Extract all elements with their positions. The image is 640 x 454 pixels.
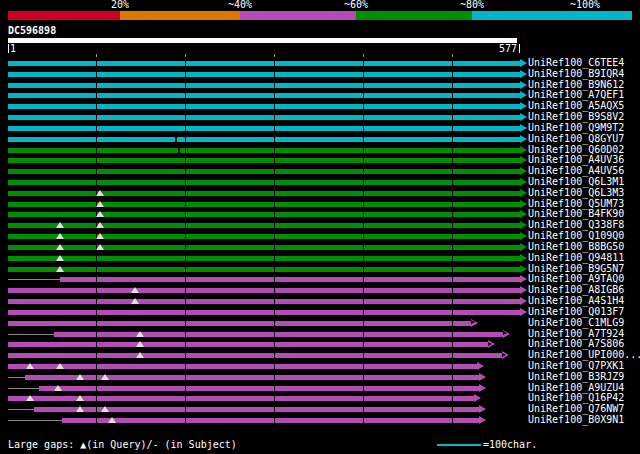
hit-label[interactable]: UniRef100_Q94811	[528, 253, 624, 264]
key-segment	[472, 11, 632, 20]
alignment-bar[interactable]	[62, 418, 479, 423]
bar-arrowhead-icon	[479, 384, 486, 392]
ruler-start-pipe	[8, 44, 9, 53]
gridline	[274, 58, 275, 426]
alignment-bar[interactable]	[8, 321, 471, 326]
ruler-end-pipe	[519, 44, 520, 53]
alignment-bar[interactable]	[8, 115, 520, 120]
ruler-tick	[274, 54, 275, 57]
alignment-bar[interactable]	[8, 180, 520, 185]
alignment-bar[interactable]	[8, 364, 477, 369]
key-segment	[240, 11, 356, 20]
bar-arrowhead-icon	[520, 59, 527, 67]
key-labels-row: 20%~40%~60%~80%~100%	[0, 0, 640, 10]
alignment-bar[interactable]	[8, 342, 488, 347]
bar-arrowhead-icon	[520, 275, 527, 283]
query-gap-triangle-icon	[131, 298, 139, 304]
query-gap-triangle-icon	[26, 363, 34, 369]
arrowhead-inner	[503, 331, 507, 335]
bar-arrowhead-icon	[471, 319, 478, 327]
query-accession: DC596898	[8, 25, 56, 36]
bar-arrowhead-icon	[520, 189, 527, 197]
key-label: ~100%	[570, 0, 600, 10]
alignment-bar[interactable]	[8, 223, 520, 228]
alignment-bar[interactable]	[8, 245, 520, 250]
key-label: ~40%	[228, 0, 252, 10]
alignment-bar[interactable]	[8, 137, 520, 142]
alignment-bar[interactable]	[8, 169, 520, 174]
bar-arrowhead-icon	[479, 416, 486, 424]
gap-line	[8, 409, 34, 410]
bar-arrowhead-icon	[520, 167, 527, 175]
query-gap-triangle-icon	[96, 222, 104, 228]
alignment-bar[interactable]	[54, 332, 503, 337]
query-gap-triangle-icon	[96, 211, 104, 217]
query-gap-triangle-icon	[56, 233, 64, 239]
query-gap-triangle-icon	[96, 190, 104, 196]
query-gap-triangle-icon	[101, 406, 109, 412]
bar-arrowhead-icon	[520, 254, 527, 262]
alignment-bar[interactable]	[8, 158, 520, 163]
alignment-bar[interactable]	[8, 267, 520, 272]
alignment-bar[interactable]	[8, 61, 520, 66]
hit-label[interactable]: UniRef100_B9IQR4	[528, 69, 624, 80]
query-gap-triangle-icon	[56, 266, 64, 272]
bar-arrowhead-icon	[488, 340, 495, 348]
alignment-bar[interactable]	[8, 83, 520, 88]
bar-arrowhead-icon	[520, 113, 527, 121]
bar-arrowhead-icon	[520, 70, 527, 78]
ruler-tick	[96, 54, 97, 57]
bar-arrowhead-icon	[520, 232, 527, 240]
alignment-bar[interactable]	[39, 386, 479, 391]
alignment-bar[interactable]	[8, 104, 520, 109]
alignment-bar[interactable]	[8, 191, 520, 196]
bar-arrowhead-icon	[520, 156, 527, 164]
hit-label[interactable]: UniRef100_B3RJZ9	[528, 372, 624, 383]
query-gap-triangle-icon	[136, 331, 144, 337]
query-gap-triangle-icon	[101, 374, 109, 380]
gridline	[452, 58, 453, 426]
key-segment	[356, 11, 472, 20]
key-label: ~60%	[344, 0, 368, 10]
arrowhead-inner	[488, 342, 492, 346]
query-gap-triangle-icon	[26, 395, 34, 401]
arrowhead-inner	[502, 353, 506, 357]
bar-arrowhead-icon	[474, 394, 481, 402]
key-segment	[120, 11, 240, 20]
alignment-bar[interactable]	[25, 375, 479, 380]
query-gap-triangle-icon	[56, 244, 64, 250]
gap-line	[8, 279, 60, 280]
query-gap-triangle-icon	[108, 417, 116, 423]
bar-arrowhead-icon	[520, 265, 527, 273]
gridline	[185, 58, 186, 426]
key-segment	[8, 11, 120, 20]
key-label: ~80%	[460, 0, 484, 10]
hit-label[interactable]: UniRef100_B0X9N1	[528, 415, 624, 426]
bar-arrowhead-icon	[520, 221, 527, 229]
query-gap-triangle-icon	[96, 244, 104, 250]
alignment-bar[interactable]	[8, 93, 520, 98]
alignment-bar[interactable]	[8, 202, 520, 207]
bar-arrowhead-icon	[503, 330, 510, 338]
alignment-bar[interactable]	[8, 299, 520, 304]
bar-arrowhead-icon	[520, 102, 527, 110]
alignment-bar[interactable]	[8, 256, 520, 261]
alignment-bar[interactable]	[8, 212, 520, 217]
query-bar	[8, 38, 517, 43]
alignment-bar[interactable]	[8, 310, 520, 315]
alignment-bar[interactable]	[8, 126, 520, 131]
query-gap-triangle-icon	[96, 233, 104, 239]
alignment-bar[interactable]	[8, 72, 520, 77]
gap-line	[8, 388, 39, 389]
alignment-bar[interactable]	[8, 234, 520, 239]
hit-label[interactable]: UniRef100_Q8GYU7	[528, 134, 624, 145]
alignment-bar[interactable]	[8, 148, 520, 153]
gap-line	[8, 420, 62, 421]
bar-arrowhead-icon	[520, 91, 527, 99]
hit-label[interactable]: UniRef100_C1MLG9	[528, 318, 624, 329]
alignment-bar[interactable]	[8, 353, 502, 358]
gridline	[363, 58, 364, 426]
alignment-bar[interactable]	[8, 288, 520, 293]
query-gap-triangle-icon	[76, 395, 84, 401]
bar-arrowhead-icon	[520, 146, 527, 154]
